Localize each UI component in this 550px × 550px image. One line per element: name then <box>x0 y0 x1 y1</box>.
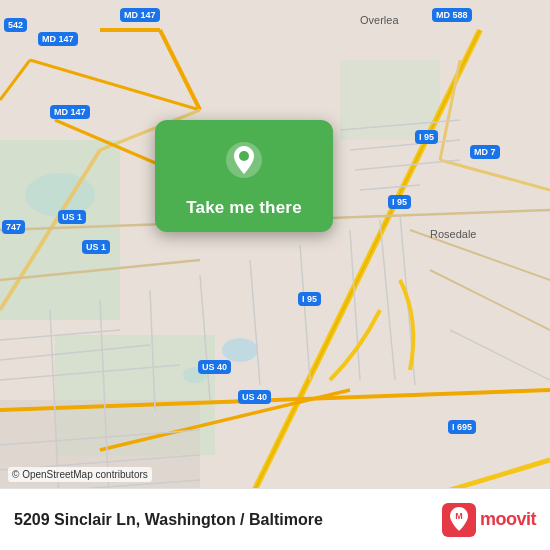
area-label-rosedale: Rosedale <box>430 228 476 240</box>
road-label-md147-2: MD 147 <box>38 32 78 46</box>
moovit-logo-text: moovit <box>480 509 536 530</box>
area-label-overlea: Overlea <box>360 14 399 26</box>
road-label-us1-2: US 1 <box>82 240 110 254</box>
road-label-us40-1: US 40 <box>198 360 231 374</box>
road-label-us40-2: US 40 <box>238 390 271 404</box>
road-label-md147-1: MD 147 <box>120 8 160 22</box>
location-pin-icon <box>218 136 270 188</box>
address-text: 5209 Sinclair Ln, Washington / Baltimore <box>14 511 442 529</box>
road-label-md147-3: MD 147 <box>50 105 90 119</box>
road-label-md7: MD 7 <box>470 145 500 159</box>
map-container: MD 147 MD 147 MD 147 MD 588 I 95 I 95 I … <box>0 0 550 550</box>
moovit-logo: M moovit <box>442 503 536 537</box>
road-label-i695: I 695 <box>448 420 476 434</box>
svg-text:M: M <box>455 511 463 521</box>
osm-attribution: © OpenStreetMap contributors <box>8 467 152 482</box>
svg-point-47 <box>239 151 249 161</box>
road-label-542: 542 <box>4 18 27 32</box>
road-label-747: 747 <box>2 220 25 234</box>
svg-point-2 <box>222 338 258 362</box>
road-label-md588: MD 588 <box>432 8 472 22</box>
road-label-i95-2: I 95 <box>388 195 411 209</box>
take-me-there-label: Take me there <box>186 198 302 218</box>
bottom-bar: 5209 Sinclair Ln, Washington / Baltimore… <box>0 488 550 550</box>
road-label-i95-3: I 95 <box>298 292 321 306</box>
road-label-i95-1: I 95 <box>415 130 438 144</box>
road-label-us1-1: US 1 <box>58 210 86 224</box>
location-card[interactable]: Take me there <box>155 120 333 232</box>
moovit-logo-icon: M <box>442 503 476 537</box>
